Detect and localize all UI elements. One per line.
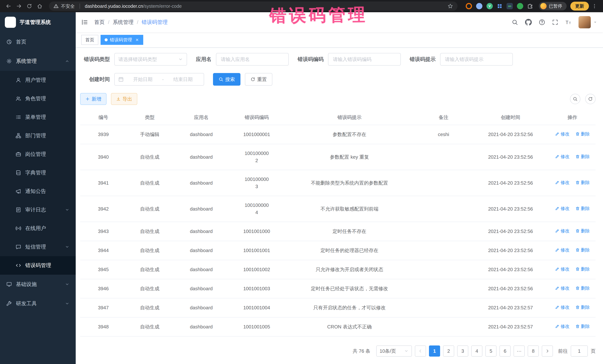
error-message-input[interactable] bbox=[444, 56, 509, 63]
browser-home-icon[interactable] bbox=[35, 1, 45, 11]
github-icon[interactable] bbox=[525, 19, 532, 26]
sidebar-item-menus[interactable]: 菜单管理 bbox=[0, 108, 76, 126]
browser-reload-icon[interactable] bbox=[24, 1, 34, 11]
edit-button[interactable]: 修改 bbox=[555, 179, 569, 186]
page-ellipsis-button[interactable]: ··· bbox=[514, 345, 525, 357]
edit-button[interactable]: 修改 bbox=[555, 131, 569, 137]
sidebar-item-notices[interactable]: 通知公告 bbox=[0, 182, 76, 200]
next-page-button[interactable] bbox=[542, 345, 553, 357]
error-code-input[interactable] bbox=[332, 56, 397, 63]
sidebar-item-sms[interactable]: 短信管理 bbox=[0, 238, 76, 256]
refresh-table-button[interactable] bbox=[585, 94, 596, 104]
toggle-search-button[interactable] bbox=[570, 94, 580, 104]
delete-button[interactable]: 删除 bbox=[575, 205, 590, 212]
delete-button[interactable]: 删除 bbox=[575, 285, 590, 292]
edit-button[interactable]: 修改 bbox=[555, 323, 569, 330]
sidebar-item-dicts[interactable]: 字典管理 bbox=[0, 164, 76, 182]
search-icon bbox=[219, 77, 223, 82]
font-size-icon[interactable] bbox=[565, 19, 571, 25]
profile-chip[interactable]: 已暂停 bbox=[539, 2, 567, 10]
delete-button[interactable]: 删除 bbox=[575, 153, 590, 160]
sidebar-item-home[interactable]: 首页 bbox=[0, 32, 76, 52]
sidebar-item-online-users[interactable]: 在线用户 bbox=[0, 219, 76, 238]
page-button-1[interactable]: 1 bbox=[429, 345, 440, 357]
sidebar-item-roles[interactable]: 角色管理 bbox=[0, 89, 76, 108]
delete-button[interactable]: 删除 bbox=[575, 323, 590, 330]
user-menu[interactable] bbox=[579, 16, 597, 28]
page-button-6[interactable]: 6 bbox=[499, 345, 510, 357]
help-icon[interactable] bbox=[539, 19, 545, 25]
search-button[interactable]: 搜索 bbox=[213, 73, 241, 86]
prev-page-button[interactable] bbox=[415, 345, 426, 357]
date-range-picker[interactable]: 开始日期 - 结束日期 bbox=[114, 73, 204, 86]
edit-button[interactable]: 修改 bbox=[555, 228, 569, 234]
delete-button[interactable]: 删除 bbox=[575, 247, 590, 253]
sidebar-item-dev-tools[interactable]: 研发工具 bbox=[0, 294, 76, 313]
tab-error-codes[interactable]: 错误码管理 bbox=[101, 35, 143, 45]
sidebar-toggle-icon[interactable] bbox=[81, 19, 88, 26]
sidebar-item-error-codes[interactable]: 错误码管理 bbox=[0, 256, 76, 275]
header-search-icon[interactable] bbox=[512, 19, 518, 25]
page-button-4[interactable]: 4 bbox=[471, 345, 482, 357]
extensions-puzzle-icon[interactable] bbox=[527, 3, 533, 9]
sidebar-item-departments[interactable]: 部门管理 bbox=[0, 126, 76, 145]
browser-forward-icon[interactable] bbox=[14, 1, 24, 11]
caret-down-icon bbox=[593, 20, 597, 24]
cell-type: 自动生成 bbox=[127, 170, 173, 196]
page-button-2[interactable]: 2 bbox=[443, 345, 454, 357]
page-button-5[interactable]: 5 bbox=[485, 345, 497, 357]
sidebar-item-users[interactable]: 用户管理 bbox=[0, 71, 76, 89]
edit-button[interactable]: 修改 bbox=[555, 153, 569, 160]
edit-button[interactable]: 修改 bbox=[555, 205, 569, 212]
grid-extension-icon[interactable] bbox=[497, 3, 502, 9]
cell-type: 自动生成 bbox=[127, 317, 173, 336]
error-type-select[interactable]: 请选择错误码类型 bbox=[114, 53, 187, 66]
table-row: 3942 自动生成 dashboard 100100000 4 不允许获取敏感配… bbox=[80, 196, 596, 222]
app-name-input[interactable] bbox=[220, 56, 285, 63]
tab-close-icon[interactable] bbox=[135, 38, 139, 42]
delete-button[interactable]: 删除 bbox=[575, 179, 590, 186]
reset-button[interactable]: 重置 bbox=[245, 73, 272, 86]
goto-page-input[interactable] bbox=[571, 345, 588, 357]
browser-update-button[interactable]: 更新 bbox=[570, 2, 589, 11]
vue-devtools-icon[interactable]: V bbox=[487, 3, 493, 9]
delete-button[interactable]: 删除 bbox=[575, 266, 590, 272]
breadcrumb-home[interactable]: 首页 bbox=[94, 19, 105, 26]
cell-remark bbox=[415, 196, 472, 222]
org-tree-icon bbox=[16, 133, 21, 138]
fullscreen-icon[interactable] bbox=[552, 19, 558, 25]
delete-button[interactable]: 删除 bbox=[575, 228, 590, 234]
edit-button[interactable]: 修改 bbox=[555, 266, 569, 272]
sidebar-item-infrastructure[interactable]: 基础设施 bbox=[0, 275, 76, 294]
breadcrumb-system[interactable]: 系统管理 bbox=[113, 19, 134, 26]
code-icon bbox=[16, 263, 21, 268]
cell-code: 1001000001 bbox=[230, 125, 284, 144]
sidebar-item-audit-logs[interactable]: 审计日志 bbox=[0, 200, 76, 219]
page-button-8[interactable]: 8 bbox=[528, 345, 539, 357]
edit-button[interactable]: 修改 bbox=[555, 285, 569, 292]
green-extension-icon[interactable] bbox=[517, 3, 523, 9]
edit-button[interactable]: 修改 bbox=[555, 304, 569, 311]
bookmark-star-icon[interactable] bbox=[448, 3, 453, 9]
add-button[interactable]: 新增 bbox=[80, 93, 106, 105]
cell-create-time: 2021-04-20 23:52:56 bbox=[472, 170, 549, 196]
page-size-select[interactable]: 10条/页 bbox=[376, 345, 412, 357]
delete-button[interactable]: 删除 bbox=[575, 131, 590, 137]
browser-menu-icon[interactable] bbox=[590, 1, 599, 11]
cell-id: 3942 bbox=[80, 196, 127, 222]
edit-button[interactable]: 修改 bbox=[555, 247, 569, 253]
page-button-3[interactable]: 3 bbox=[457, 345, 468, 357]
chevron-left-icon bbox=[418, 349, 423, 353]
blue-extension-icon[interactable] bbox=[476, 3, 482, 9]
cell-create-time: 2021-04-20 23:52:56 bbox=[472, 279, 549, 298]
sidebar-item-system[interactable]: 系统管理 bbox=[0, 52, 76, 71]
browser-back-icon[interactable] bbox=[4, 1, 13, 11]
refresh-icon bbox=[251, 77, 255, 82]
onetab-extension-icon[interactable]: on bbox=[507, 3, 513, 9]
export-button[interactable]: 导出 bbox=[111, 93, 137, 105]
tab-home[interactable]: 首页 bbox=[81, 35, 98, 45]
record-extension-icon[interactable] bbox=[466, 3, 472, 9]
delete-button[interactable]: 删除 bbox=[575, 304, 590, 311]
address-bar[interactable]: 不安全 dashboard.yudao.iocoder.cn/system/er… bbox=[49, 1, 458, 11]
sidebar-item-posts[interactable]: 岗位管理 bbox=[0, 145, 76, 164]
